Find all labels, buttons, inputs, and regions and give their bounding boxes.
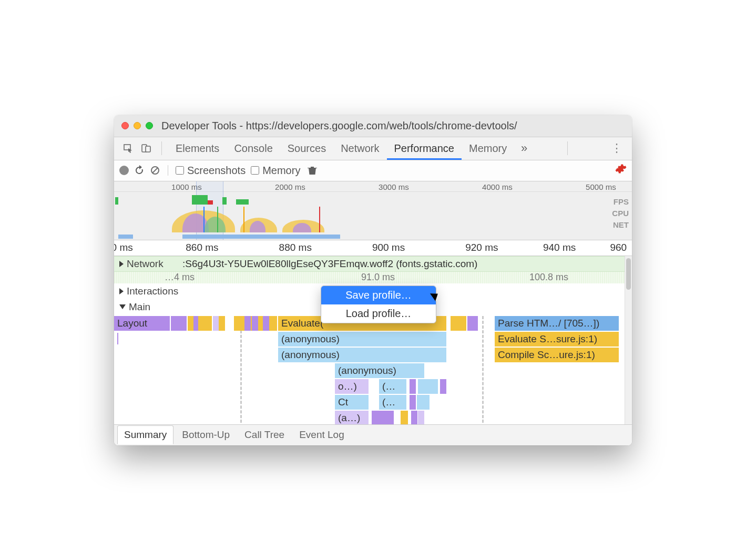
tab-performance[interactable]: Performance bbox=[387, 137, 462, 160]
memory-checkbox[interactable]: Memory bbox=[251, 165, 300, 177]
flame-bar[interactable] bbox=[410, 379, 416, 394]
flame-bar-anon[interactable]: (anonymous) bbox=[278, 348, 446, 362]
maximize-window-button[interactable] bbox=[146, 122, 153, 129]
main-track-label: Main bbox=[129, 301, 150, 313]
frames-right-text: 100.8 ms bbox=[529, 272, 568, 283]
ruler-tick: 40 ms bbox=[114, 242, 133, 253]
screenshots-checkbox-input[interactable] bbox=[176, 166, 184, 175]
flame-bar[interactable] bbox=[219, 316, 225, 331]
overview-cpu-lane bbox=[114, 207, 600, 232]
flame-bar-paren[interactable]: (… bbox=[379, 395, 406, 410]
overview-ruler: 1000 ms 2000 ms 3000 ms 4000 ms 5000 ms bbox=[114, 181, 632, 192]
ruler-tick: 940 ms bbox=[543, 242, 576, 253]
overview-label-cpu: CPU bbox=[612, 208, 629, 219]
flame-bar-layout[interactable]: Layout bbox=[114, 316, 170, 331]
details-tab-event-log[interactable]: Event Log bbox=[293, 426, 351, 444]
context-item-save-profile[interactable]: Save profile… bbox=[321, 286, 436, 304]
network-request-text: :S6g4U3t-Y5UEw0lE80llgEseQY3FEmqw.woff2 … bbox=[182, 258, 632, 270]
separator bbox=[567, 141, 568, 155]
screenshots-label: Screenshots bbox=[187, 165, 246, 177]
clear-button[interactable] bbox=[150, 165, 160, 176]
record-button[interactable] bbox=[119, 166, 129, 175]
context-item-load-profile[interactable]: Load profile… bbox=[321, 304, 436, 323]
expand-icon[interactable] bbox=[119, 288, 124, 294]
inspect-icon[interactable] bbox=[119, 140, 137, 156]
overview-tick: 2000 ms bbox=[275, 182, 305, 191]
scrollbar-thumb[interactable] bbox=[626, 258, 631, 290]
overview-tick: 3000 ms bbox=[379, 182, 409, 191]
flame-ruler[interactable]: 40 ms 860 ms 880 ms 900 ms 920 ms 940 ms… bbox=[114, 240, 632, 256]
flame-bar-o[interactable]: o…) bbox=[335, 379, 369, 394]
flame-bar[interactable] bbox=[401, 411, 408, 424]
screenshots-checkbox[interactable]: Screenshots bbox=[176, 165, 246, 177]
memory-checkbox-input[interactable] bbox=[251, 166, 259, 175]
flame-bar[interactable] bbox=[440, 379, 446, 394]
overview-fps-lane bbox=[114, 194, 600, 205]
tab-elements[interactable]: Elements bbox=[168, 137, 227, 160]
reload-button[interactable] bbox=[134, 165, 145, 176]
overview-tick: 5000 ms bbox=[586, 182, 616, 191]
flame-bar-compile[interactable]: Compile Sc…ure.js:1) bbox=[495, 348, 619, 362]
flame-bar[interactable] bbox=[451, 316, 466, 331]
frame-divider bbox=[482, 316, 484, 424]
frames-track: …4 ms 91.0 ms 100.8 ms bbox=[114, 272, 632, 283]
ruler-tick: 880 ms bbox=[279, 242, 312, 253]
devtools-window: Developer Tools - https://developers.goo… bbox=[114, 115, 632, 445]
flame-bar[interactable] bbox=[244, 316, 251, 331]
ruler-tick: 960 bbox=[610, 242, 627, 253]
interactions-track-label: Interactions bbox=[127, 286, 178, 297]
network-track-label: Network bbox=[127, 258, 163, 270]
minimize-window-button[interactable] bbox=[134, 122, 141, 129]
flame-bar-eval-s[interactable]: Evaluate S…sure.js:1) bbox=[495, 332, 619, 347]
overview-tick: 4000 ms bbox=[482, 182, 513, 191]
close-window-button[interactable] bbox=[121, 122, 129, 129]
overview-timeline[interactable]: 1000 ms 2000 ms 3000 ms 4000 ms 5000 ms … bbox=[114, 181, 632, 240]
flame-bar[interactable] bbox=[418, 411, 424, 424]
tabs-overflow-icon[interactable]: » bbox=[516, 141, 532, 155]
flame-bar[interactable] bbox=[198, 316, 212, 331]
tracks-panel[interactable]: Network :S6g4U3t-Y5UEw0lE80llgEseQY3FEmq… bbox=[114, 256, 632, 424]
flame-bar[interactable] bbox=[467, 316, 478, 331]
flame-bar-a[interactable]: (a…) bbox=[335, 411, 369, 424]
flame-bar-anon[interactable]: (anonymous) bbox=[278, 332, 446, 347]
flame-bar[interactable] bbox=[263, 316, 269, 331]
tab-sources[interactable]: Sources bbox=[280, 137, 333, 160]
collapse-icon[interactable] bbox=[119, 304, 126, 309]
flame-bar[interactable] bbox=[410, 395, 416, 410]
tab-console[interactable]: Console bbox=[227, 137, 280, 160]
details-tab-bottom-up[interactable]: Bottom-Up bbox=[176, 426, 236, 444]
overview-lane-labels: FPS CPU NET bbox=[612, 196, 629, 231]
flame-bar[interactable] bbox=[417, 395, 430, 410]
expand-icon[interactable] bbox=[119, 261, 124, 267]
tab-network[interactable]: Network bbox=[333, 137, 386, 160]
flame-bar-paren[interactable]: (… bbox=[379, 379, 406, 394]
frames-left-text: …4 ms bbox=[165, 272, 195, 283]
details-tab-summary[interactable]: Summary bbox=[117, 425, 173, 444]
flame-bar[interactable] bbox=[171, 316, 187, 331]
separator bbox=[168, 165, 168, 176]
frame-divider bbox=[240, 316, 242, 424]
device-toggle-icon[interactable] bbox=[137, 140, 155, 156]
vertical-scrollbar[interactable] bbox=[625, 256, 632, 424]
devtools-tabs: Elements Console Sources Network Perform… bbox=[114, 137, 632, 160]
kebab-menu-icon[interactable]: ⋮ bbox=[607, 141, 627, 155]
flame-sliver bbox=[117, 333, 118, 344]
flame-bar[interactable] bbox=[252, 316, 258, 331]
flame-bar[interactable] bbox=[411, 411, 417, 424]
performance-toolbar: Screenshots Memory bbox=[114, 160, 632, 181]
flame-bar-parse-html[interactable]: Parse HTM…/ [705…]) bbox=[495, 316, 619, 331]
flame-bar-anon[interactable]: (anonymous) bbox=[335, 363, 424, 378]
flame-bar-ct[interactable]: Ct bbox=[335, 395, 369, 410]
flame-bar[interactable] bbox=[418, 379, 438, 394]
flame-bar[interactable] bbox=[372, 411, 394, 424]
network-track-row[interactable]: Network :S6g4U3t-Y5UEw0lE80llgEseQY3FEmq… bbox=[114, 256, 632, 272]
details-tab-call-tree[interactable]: Call Tree bbox=[238, 426, 291, 444]
flame-chart[interactable]: Layout Evaluate( Parse HTM…/ [705…]) (an… bbox=[114, 316, 632, 424]
tab-memory[interactable]: Memory bbox=[462, 137, 514, 160]
settings-gear-icon[interactable] bbox=[615, 163, 627, 178]
trash-icon[interactable] bbox=[308, 165, 317, 176]
window-title: Developer Tools - https://developers.goo… bbox=[161, 120, 517, 132]
memory-label: Memory bbox=[262, 165, 300, 177]
titlebar: Developer Tools - https://developers.goo… bbox=[114, 115, 632, 137]
ruler-tick: 900 ms bbox=[372, 242, 405, 253]
